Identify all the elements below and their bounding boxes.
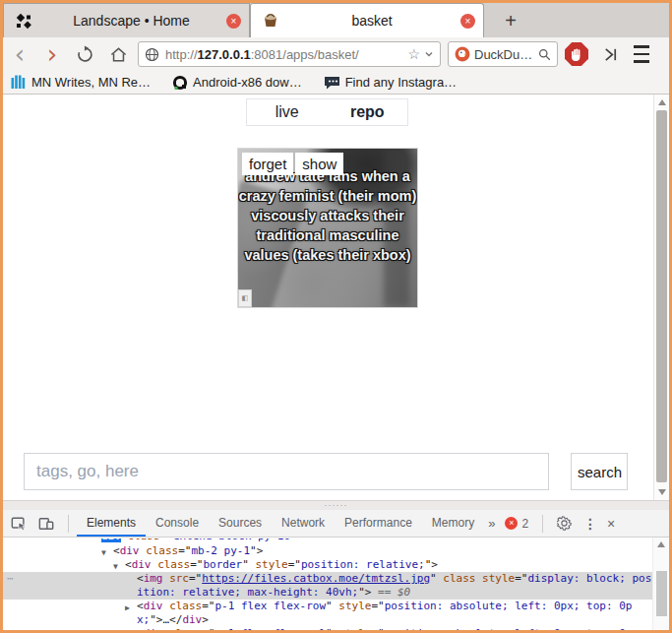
scrollbar-thumb[interactable]	[656, 110, 667, 482]
back-button[interactable]: ‹	[3, 44, 36, 64]
inspect-element-icon[interactable]	[11, 516, 27, 532]
code-token: div	[101, 538, 121, 542]
code-token: div	[182, 613, 202, 626]
tab-close-icon[interactable]: ×	[460, 14, 475, 29]
diamonds-favicon-icon	[15, 12, 32, 30]
url-text: http://127.0.0.1:8081/apps/basket/	[165, 47, 407, 62]
tab-title: basket	[283, 13, 460, 29]
url-dropdown-icon[interactable]	[424, 49, 434, 59]
code-token: ="	[515, 572, 527, 585]
page-content: live repo andrew tate fans when a crazy …	[3, 95, 669, 500]
devtools-tab-console[interactable]: Console	[146, 510, 209, 537]
speech-bubble-icon	[324, 75, 340, 90]
code-token: border	[204, 558, 243, 571]
code-token: ="	[202, 600, 214, 612]
basket-favicon-icon	[262, 12, 279, 30]
devtools-dom-tree: div class="extend block py-10">▼<div cla…	[3, 538, 652, 630]
bookmark-mn-writes[interactable]: MN Writes, MN Re…	[11, 75, 151, 90]
tab-landscape-home[interactable]: Landscape • Home ×	[3, 3, 250, 37]
reload-button[interactable]	[68, 45, 101, 64]
dom-tree-node[interactable]: ▼<div class="border" style="position: re…	[3, 558, 652, 572]
code-token: ="	[371, 600, 384, 612]
q-circle-icon	[172, 75, 188, 91]
code-token: ="	[189, 572, 202, 585]
devtools-tab-elements[interactable]: Elements	[77, 510, 146, 537]
tree-toggle-icon[interactable]: ▶	[125, 601, 130, 615]
bookmark-instagram-find[interactable]: Find any Instagra…	[324, 75, 457, 90]
blue-bars-icon	[11, 75, 27, 90]
live-repo-switch: live repo	[246, 98, 408, 126]
scroll-up-icon[interactable]	[658, 99, 666, 105]
error-circle-icon: ×	[505, 517, 518, 530]
tags-search-input[interactable]	[24, 453, 549, 490]
tab-basket[interactable]: basket ×	[250, 3, 484, 37]
new-tab-button[interactable]: +	[499, 9, 522, 32]
dom-tree-node[interactable]: ▶<div class="p-1 flex flex-row" style="p…	[3, 600, 652, 627]
code-token: <	[125, 558, 132, 571]
code-token: div	[144, 627, 163, 630]
code-token: mb-2 py-1	[192, 544, 251, 557]
code-token: div	[132, 558, 152, 571]
scrollbar-thumb[interactable]	[656, 571, 667, 616]
code-token: ">	[425, 558, 438, 571]
error-badge[interactable]: × 2	[505, 517, 528, 531]
search-button[interactable]: search	[571, 453, 628, 490]
more-tabs-icon[interactable]: »	[484, 516, 499, 531]
bookmark-label: MN Writes, MN Re…	[31, 75, 151, 90]
devtools-close-icon[interactable]: ×	[603, 516, 625, 532]
dom-tree-node[interactable]: ▼<div class="mb-2 py-1">	[3, 544, 652, 558]
devtools-toolbar: Elements Console Sources Network Perform…	[3, 510, 669, 538]
page-scrollbar[interactable]	[653, 95, 669, 500]
code-token: >	[202, 613, 209, 626]
home-button[interactable]	[101, 45, 135, 64]
code-token: "	[326, 627, 338, 630]
code-token: style	[256, 558, 288, 571]
code-token: <	[137, 600, 144, 612]
meme-caption: andrew tate fans when a crazy feminist (…	[238, 166, 417, 265]
code-token: ="	[178, 544, 191, 557]
tab-close-icon[interactable]: ×	[226, 14, 241, 29]
adblock-stop-hand-icon[interactable]	[558, 42, 595, 66]
devtools-tab-sources[interactable]: Sources	[209, 510, 272, 537]
code-token: <	[137, 627, 144, 630]
code-token: "	[430, 572, 443, 585]
search-engine-box[interactable]: DuckDu…	[448, 41, 558, 67]
url-bar[interactable]: http://127.0.0.1:8081/apps/basket/ ☆	[138, 41, 441, 67]
code-token: ">	[290, 538, 303, 542]
show-button[interactable]: show	[295, 153, 343, 175]
devtools-tab-memory[interactable]: Memory	[422, 510, 484, 537]
sidebar-expand-icon[interactable]	[595, 46, 625, 63]
devtools-tab-performance[interactable]: Performance	[335, 510, 422, 537]
code-token	[121, 538, 128, 542]
repo-link[interactable]: repo	[328, 99, 408, 125]
forget-button[interactable]: forget	[242, 153, 293, 175]
code-token: ="	[288, 558, 301, 571]
dom-tree-node[interactable]: div class="extend block py-10">	[3, 538, 652, 543]
devtools-resize-handle[interactable]: ······	[3, 500, 669, 510]
devtools-tab-network[interactable]: Network	[272, 510, 335, 537]
forward-button[interactable]: ›	[36, 44, 68, 64]
menu-hamburger-icon[interactable]	[625, 43, 658, 66]
tree-toggle-icon[interactable]: ▶	[125, 629, 130, 630]
gutter-dots-icon: ⋯	[7, 572, 14, 586]
devtools-scrollbar[interactable]	[652, 538, 669, 630]
scroll-down-icon[interactable]	[658, 489, 666, 495]
code-token: ="	[190, 558, 203, 571]
code-token: ="	[202, 627, 214, 630]
dom-tree-node[interactable]: ⋯<img src="https://files.catbox.moe/tmtz…	[3, 572, 652, 600]
devtools-settings-gear-icon[interactable]	[557, 516, 572, 531]
devtools-menu-dots-icon[interactable]: ⋮	[578, 516, 603, 532]
bookmark-android-x86[interactable]: Android-x86 dow…	[172, 75, 302, 91]
live-link[interactable]: live	[247, 99, 328, 125]
code-token: p-1 flex flex-col	[215, 627, 327, 630]
code-token: ="	[160, 538, 173, 542]
code-token: div	[120, 544, 140, 557]
device-toolbar-icon[interactable]	[38, 516, 54, 532]
bookmark-star-icon[interactable]: ☆	[407, 46, 420, 62]
bookmark-label: Android-x86 dow…	[193, 75, 302, 90]
dom-tree-node[interactable]: ▶<div class="p-1 flex flex-col" style="p…	[3, 627, 652, 630]
code-token: "	[242, 558, 255, 571]
search-magnifier-icon[interactable]	[538, 48, 551, 61]
scroll-up-icon[interactable]	[657, 541, 665, 547]
code-token: class	[169, 600, 202, 612]
